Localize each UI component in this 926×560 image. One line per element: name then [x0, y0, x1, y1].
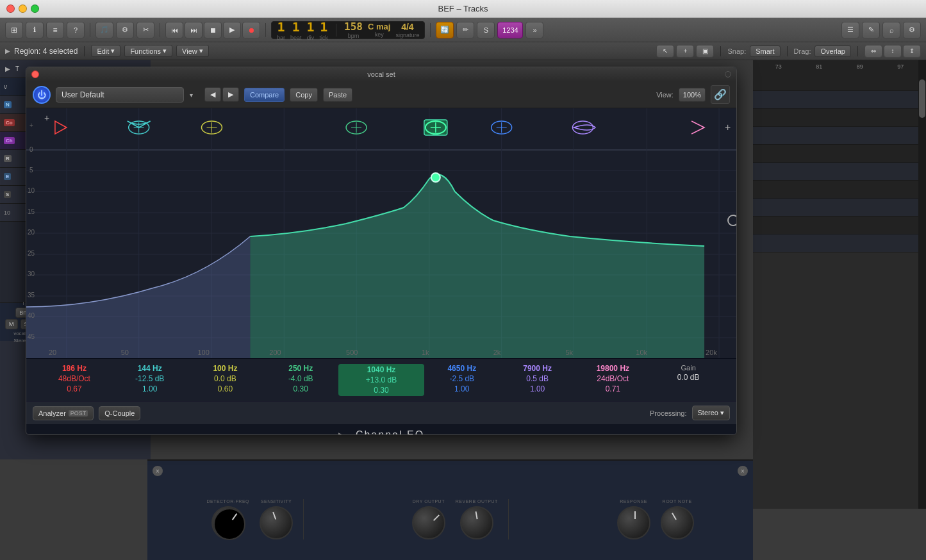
knob-6[interactable] [661, 506, 694, 539]
band-info-5-selected[interactable]: 1040 Hz +13.0 dB 0.30 [338, 364, 424, 396]
tracks-icon-btn[interactable]: ☰ [841, 22, 859, 38]
knob-3[interactable] [412, 506, 445, 539]
info-button[interactable]: ℹ [26, 22, 44, 38]
mute-button-1[interactable]: M [5, 319, 18, 329]
window-controls[interactable] [6, 4, 39, 13]
expand-track[interactable]: ↕ [884, 45, 902, 58]
knob-1[interactable] [211, 506, 245, 539]
music-icon-btn[interactable]: 🎵 [95, 22, 113, 38]
sep2 [720, 46, 721, 56]
link-button[interactable]: 🔗 [711, 85, 730, 104]
paste-button[interactable]: Paste [323, 88, 352, 102]
preset-arrow: ▾ [190, 91, 193, 98]
copy-button[interactable]: Copy [290, 88, 318, 102]
pencil-button[interactable]: ✏ [456, 22, 474, 38]
svg-point-64 [214, 509, 245, 539]
edit-icon-btn[interactable]: ✎ [862, 22, 880, 38]
svg-text:100: 100 [198, 349, 210, 356]
close-mixer-btn[interactable]: × [153, 466, 163, 476]
view-label: View: [656, 91, 674, 99]
knob-container-6: ROOT NOTE [661, 499, 694, 539]
band-info-3: 100 Hz 0.0 dB 0.60 [188, 364, 263, 393]
waveform-row-3 [753, 109, 926, 127]
settings-btn[interactable]: ⚙ [903, 22, 921, 38]
knob-container-4: REVERB OUTPUT [456, 499, 498, 539]
svg-line-66 [273, 512, 276, 519]
band-6-freq: 4650 Hz [447, 364, 476, 373]
compare-button[interactable]: Compare [244, 88, 285, 102]
functions-menu-button[interactable]: Functions ▾ [124, 45, 172, 57]
track-badge-e: E [4, 173, 11, 180]
svg-text:20: 20 [49, 349, 56, 356]
knob-row-1: DETECTOR-FREQ SENSITIVITY [206, 499, 293, 539]
marquee-tool[interactable]: ▣ [696, 45, 714, 58]
power-button[interactable]: ⏻ [33, 86, 51, 104]
knob-container-2: SENSITIVITY [260, 499, 293, 539]
loop-button[interactable]: 🔄 [436, 22, 454, 38]
knob-1-svg [213, 507, 246, 541]
next-preset-button[interactable]: ▶ [222, 87, 239, 102]
qcouple-button[interactable]: Q-Couple [99, 406, 140, 420]
waveform-row-2 [753, 91, 926, 109]
svg-text:15: 15 [28, 208, 35, 215]
band-info-6: 4650 Hz -2.5 dB 1.00 [424, 364, 500, 393]
pointer-tool[interactable]: ↖ [656, 45, 674, 58]
snap-value[interactable]: Smart [750, 45, 780, 57]
ruler-mark-2: 81 [799, 63, 840, 70]
list-button[interactable]: ≡ [46, 22, 64, 38]
abcd-button[interactable]: 1234 [497, 22, 523, 38]
eq-graph[interactable]: 20 50 100 200 500 1k 2k 5k 10k 20k + 0 5… [26, 108, 736, 358]
crosshair-tool[interactable]: + [676, 45, 694, 58]
close-mixer-right-btn[interactable]: × [738, 466, 748, 476]
knob-4[interactable] [460, 506, 493, 539]
scroll-track[interactable] [918, 60, 926, 509]
divider3 [265, 23, 266, 37]
resize-icon[interactable]: ⇔ [864, 45, 882, 58]
prev-preset-button[interactable]: ◀ [204, 87, 221, 102]
div-label: div [307, 35, 315, 41]
eq-plugin-window: vocal set ⏻ User Default ▾ ◀ ▶ Compare C… [26, 67, 737, 435]
expand-button[interactable]: » [525, 22, 543, 38]
knob-5[interactable] [617, 506, 650, 539]
processing-select[interactable]: Stereo ▾ [692, 406, 730, 420]
analyzer-button[interactable]: Analyzer POST [33, 406, 94, 420]
eq-expand-btn[interactable] [725, 71, 731, 78]
knob-container-1: DETECTOR-FREQ [206, 499, 249, 539]
functions-menu-arrow: ▾ [163, 47, 167, 55]
maximize-button[interactable] [31, 4, 39, 13]
edit-menu-button[interactable]: Edit ▾ [91, 45, 120, 57]
mixer-icon: ⚙ [122, 26, 128, 34]
svg-text:5: 5 [29, 167, 33, 174]
knob-2[interactable] [260, 506, 293, 539]
ruler-mark-1: 73 [758, 63, 799, 70]
region-toolbar: ▶ Region: 4 selected Edit ▾ Functions ▾ … [0, 42, 926, 60]
stop-button[interactable]: ⏹ [204, 22, 222, 38]
search-btn[interactable]: ⌕ [882, 22, 900, 38]
view-percent[interactable]: 100% [679, 88, 706, 102]
grid-button[interactable]: ⊞ [5, 22, 23, 38]
beat-label: beat [290, 35, 302, 41]
play-button[interactable]: ▶ [223, 22, 241, 38]
knob-3-svg [413, 507, 447, 541]
mixer-btn[interactable]: ⚙ [116, 22, 134, 38]
track-badge-ch: Ch [4, 137, 15, 144]
help-button[interactable]: ? [67, 22, 85, 38]
band-1-gain: 48dB/Oct [58, 374, 90, 383]
preset-selector[interactable]: User Default [56, 87, 184, 103]
rewind-button[interactable]: ⏮ [165, 22, 183, 38]
band-4-q: 0.30 [294, 384, 308, 393]
view-menu-button[interactable]: View ▾ [176, 45, 209, 57]
close-button[interactable] [6, 4, 15, 13]
minimize-button[interactable] [19, 4, 27, 13]
zoom-track[interactable]: ⇕ [903, 45, 921, 58]
tick-label: tick [320, 35, 329, 41]
bpm-col: 158 bpm [344, 21, 363, 39]
scissors-btn[interactable]: ✂ [136, 22, 154, 38]
scroll-thumb[interactable] [919, 79, 925, 118]
fast-forward-button[interactable]: ⏭ [185, 22, 203, 38]
band-info-7: 7900 Hz 0.5 dB 1.00 [500, 364, 575, 393]
record-button[interactable]: ⏺ [242, 22, 260, 38]
eq-close-button[interactable] [31, 70, 39, 78]
score-button[interactable]: S [477, 22, 495, 38]
drag-value[interactable]: Overlap [814, 45, 851, 57]
